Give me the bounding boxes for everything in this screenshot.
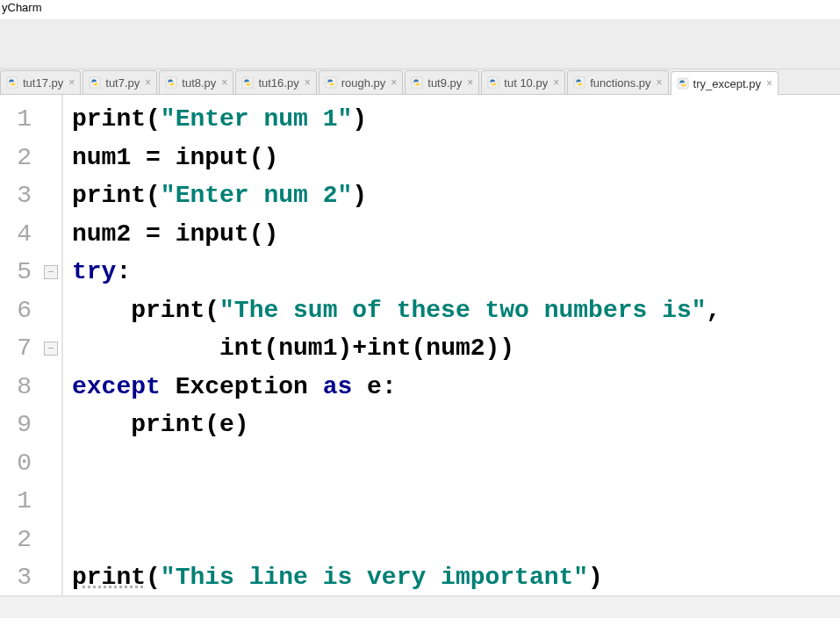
tab-label: functions.py	[590, 76, 650, 90]
line-number: 9	[0, 406, 32, 444]
code-token: (	[263, 335, 278, 362]
tab-label: tut 10.py	[504, 76, 548, 90]
toolbar-area	[0, 19, 840, 69]
code-token: (	[146, 182, 161, 209]
line-number: 7	[0, 329, 32, 368]
tab-label: tut9.py	[427, 76, 462, 90]
code-token: e	[219, 411, 234, 438]
code-token: (	[205, 411, 219, 438]
status-bar	[0, 597, 840, 618]
tab-tut9-py[interactable]: tut9.py×	[405, 70, 479, 94]
svg-rect-7	[574, 77, 585, 88]
code-token: )	[337, 335, 352, 362]
close-icon[interactable]: ×	[221, 76, 227, 89]
code-token: "Enter num 1"	[161, 105, 352, 133]
svg-rect-8	[677, 78, 687, 89]
code-token: e	[367, 373, 382, 400]
line-number: 4	[0, 215, 32, 254]
code-token: input	[176, 220, 249, 248]
svg-rect-5	[412, 77, 422, 88]
tab-tut16-py[interactable]: tut16.py×	[235, 70, 316, 94]
svg-rect-1	[90, 77, 100, 88]
close-icon[interactable]: ×	[68, 76, 75, 89]
code-token: num2	[426, 335, 485, 362]
python-file-icon	[6, 76, 18, 89]
code-token: )	[352, 105, 367, 133]
close-icon[interactable]: ×	[305, 76, 311, 89]
tab-rough-py[interactable]: rough.py×	[319, 70, 404, 94]
tab-tut-10-py[interactable]: tut 10.py×	[481, 70, 565, 94]
code-token: print	[72, 182, 146, 209]
fold-toggle[interactable]: −	[44, 265, 58, 279]
close-icon[interactable]: ×	[391, 76, 397, 89]
line-number: 6	[0, 291, 32, 330]
code-token: as	[323, 373, 367, 400]
code-token: print	[72, 105, 146, 133]
code-token: num2	[72, 220, 146, 248]
close-icon[interactable]: ×	[766, 77, 772, 90]
code-token: try	[72, 258, 116, 285]
tab-tut7-py[interactable]: tut7.py×	[83, 70, 157, 94]
python-file-icon	[411, 76, 423, 89]
python-file-icon	[573, 76, 585, 89]
code-token	[72, 411, 131, 438]
code-token: :	[382, 373, 397, 400]
code-token: "The sum of these two numbers is"	[219, 297, 707, 324]
line-number: 3	[0, 558, 32, 597]
close-icon[interactable]: ×	[553, 76, 559, 89]
python-file-icon	[487, 76, 499, 89]
fold-gutter[interactable]: −−	[42, 95, 61, 595]
code-token: int	[219, 335, 263, 362]
code-area[interactable]: print("Enter num 1") num1 = input() prin…	[61, 95, 840, 595]
code-token: print	[131, 411, 205, 438]
line-number-gutter: 1234567890123	[0, 95, 42, 595]
code-token: =	[146, 220, 176, 248]
svg-rect-0	[7, 77, 18, 88]
code-token	[72, 335, 219, 362]
tab-label: tut16.py	[258, 76, 298, 90]
python-file-icon	[6, 76, 18, 89]
code-token: (	[146, 564, 161, 591]
editor-tab-bar[interactable]: tut17.py×tut7.py×tut8.py×tut16.py×rough.…	[0, 69, 840, 95]
code-token: ()	[249, 144, 279, 171]
python-file-icon	[487, 76, 499, 89]
code-token: except	[72, 373, 176, 400]
tab-tut17-py[interactable]: tut17.py×	[0, 70, 81, 94]
tab-label: tut8.py	[182, 76, 216, 90]
fold-toggle[interactable]: −	[44, 342, 58, 356]
code-token: )	[234, 411, 249, 438]
code-token: +	[352, 335, 367, 362]
tab-try-except-py[interactable]: try_except.py×	[671, 71, 779, 95]
python-file-icon	[165, 76, 177, 89]
code-token: int	[367, 335, 411, 362]
tab-label: rough.py	[341, 76, 386, 90]
python-file-icon	[325, 76, 337, 89]
line-number: 1	[0, 100, 32, 139]
close-icon[interactable]: ×	[657, 76, 663, 89]
code-token	[72, 297, 131, 324]
tab-label: tut17.py	[23, 76, 63, 90]
python-file-icon	[241, 76, 254, 89]
code-token: )	[352, 182, 367, 209]
python-file-icon	[241, 76, 254, 89]
code-token: (	[146, 105, 161, 133]
line-number: 2	[0, 139, 32, 177]
app-title-text: yCharm	[2, 1, 42, 14]
code-token: Exception	[176, 373, 323, 400]
close-icon[interactable]: ×	[145, 76, 151, 89]
code-token: ))	[485, 335, 515, 362]
line-number: 0	[0, 444, 32, 483]
line-number: 3	[0, 176, 32, 215]
editor[interactable]: 1234567890123 −− print("Enter num 1") nu…	[0, 95, 840, 595]
tab-tut8-py[interactable]: tut8.py×	[159, 70, 233, 94]
code-text[interactable]: print("Enter num 1") num1 = input() prin…	[63, 100, 840, 595]
tab-functions-py[interactable]: functions.py×	[567, 70, 668, 94]
code-token: "This line is very important"	[161, 564, 588, 591]
python-file-icon	[573, 76, 585, 89]
code-token: =	[146, 144, 176, 171]
code-token: input	[176, 144, 249, 171]
svg-rect-6	[488, 77, 499, 88]
python-file-icon	[677, 77, 689, 90]
code-token: ()	[249, 220, 279, 248]
close-icon[interactable]: ×	[467, 76, 473, 89]
